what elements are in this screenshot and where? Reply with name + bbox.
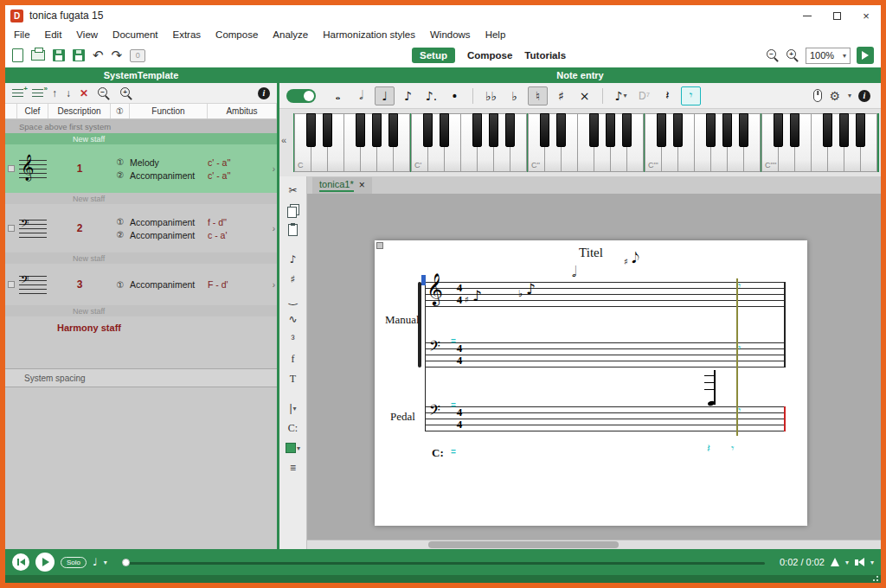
horizontal-scrollbar[interactable]: [307, 540, 881, 549]
voice-row[interactable]: ② Accompaniment c' - a'': [111, 170, 277, 181]
zoom-out-icon[interactable]: −: [766, 48, 780, 62]
piano-key-black[interactable]: [472, 113, 482, 147]
piano-key-black[interactable]: [423, 113, 433, 147]
notehead-dropdown-button[interactable]: ♪ ▾: [611, 86, 631, 105]
tab-setup[interactable]: Setup: [412, 48, 455, 63]
row-handle-icon[interactable]: [8, 225, 15, 232]
piano-key-black[interactable]: [722, 113, 732, 147]
template-zoom-in-icon[interactable]: +: [119, 86, 133, 100]
chord-symbol-button[interactable]: D⁷: [634, 86, 654, 105]
scrollbar-thumb[interactable]: [428, 541, 619, 548]
rewind-button[interactable]: [12, 553, 29, 571]
staff-row-1[interactable]: 𝄞 1 ① Melody c' - a'' ② Accompaniment: [5, 144, 277, 193]
double-sharp-button[interactable]: ×: [575, 86, 594, 105]
menu-help[interactable]: Help: [485, 29, 506, 40]
print-icon[interactable]: [31, 50, 45, 61]
template-zoom-out-icon[interactable]: −: [97, 86, 111, 100]
note-icon[interactable]: 𝅘𝅥𝅮: [632, 251, 639, 265]
voice-row[interactable]: ② Accompaniment c - a': [111, 230, 277, 240]
piano-key-black[interactable]: [856, 113, 865, 147]
new-staff-row[interactable]: New staff: [5, 252, 277, 264]
save-as-icon[interactable]: [73, 49, 85, 61]
solo-badge[interactable]: Solo: [61, 557, 87, 568]
piano-key-black[interactable]: [505, 113, 515, 147]
staff-manual-bass[interactable]: [425, 342, 785, 368]
piano-key-black[interactable]: [323, 113, 332, 147]
note-icon[interactable]: ♪: [472, 289, 482, 304]
undo-icon[interactable]: ↶: [93, 49, 104, 62]
piano-key-black[interactable]: [372, 113, 382, 147]
dynamics-tool-icon[interactable]: f: [283, 350, 304, 368]
flat-icon[interactable]: ♭: [518, 289, 523, 298]
delete-staff-icon[interactable]: ✕: [80, 88, 88, 99]
menu-edit[interactable]: Edit: [45, 29, 62, 40]
staff-row-2[interactable]: 𝄢 2 ① Accompaniment f - d'' ② Accompanim…: [5, 204, 277, 252]
note-entry-toggle[interactable]: [286, 89, 316, 103]
playback-slider[interactable]: [122, 559, 765, 566]
piano-key-black[interactable]: [774, 113, 783, 147]
sharp-icon[interactable]: ♯: [465, 296, 469, 304]
copy-icon[interactable]: [283, 201, 304, 219]
menu-file[interactable]: File: [14, 29, 30, 40]
eighth-note-button[interactable]: ♪: [398, 86, 418, 105]
gear-icon[interactable]: ⚙: [829, 90, 840, 102]
score-canvas[interactable]: Titel 𝄞 𝄢 𝄢: [307, 194, 881, 549]
note-tool-icon[interactable]: ♪: [283, 251, 304, 268]
accidental-tool-icon[interactable]: ♯: [283, 271, 304, 288]
zoom-in-icon[interactable]: +: [786, 48, 799, 62]
chevron-down-icon[interactable]: ▾: [845, 559, 849, 566]
minimize-button[interactable]: [793, 5, 822, 26]
document-tab[interactable]: tonica1* ×: [312, 177, 372, 194]
harmony-staff-row[interactable]: Harmony staff: [5, 316, 277, 339]
piano-key-black[interactable]: [589, 113, 599, 147]
piano-key-black[interactable]: [556, 113, 566, 147]
reference-tool-icon[interactable]: 0: [130, 49, 145, 62]
new-document-icon[interactable]: [12, 48, 23, 62]
staff-row-3[interactable]: 𝄢 3 ① Accompaniment F - d' ›: [5, 264, 277, 305]
flat-button[interactable]: ♭: [504, 86, 524, 105]
row-expand-icon[interactable]: ›: [273, 224, 275, 233]
piano-key-black[interactable]: [606, 113, 615, 147]
natural-button[interactable]: ♮: [528, 86, 548, 105]
slider-handle[interactable]: [122, 559, 130, 566]
piano-key-black[interactable]: [673, 113, 683, 147]
row-expand-icon[interactable]: ›: [273, 164, 275, 174]
move-down-icon[interactable]: ↓: [66, 88, 71, 99]
chevron-down-icon[interactable]: ▾: [870, 559, 874, 566]
color-tool-icon[interactable]: ▾: [283, 439, 304, 457]
menu-harmonization-styles[interactable]: Harmonization styles: [323, 29, 415, 40]
play-button[interactable]: [35, 553, 55, 572]
save-icon[interactable]: [53, 49, 65, 61]
row-expand-icon[interactable]: ›: [273, 280, 275, 290]
chevron-down-icon[interactable]: ▾: [848, 92, 851, 99]
add-staff-icon[interactable]: +: [12, 89, 23, 98]
space-above-row[interactable]: Space above first system: [5, 119, 277, 133]
tab-tutorials[interactable]: Tutorials: [524, 50, 566, 61]
quarter-rest-button[interactable]: 𝄽: [658, 86, 677, 105]
piano-key-black[interactable]: [540, 113, 549, 147]
chord-entry-icon[interactable]: C:: [283, 419, 304, 437]
cut-icon[interactable]: ✂: [283, 182, 304, 199]
piano-key-black[interactable]: [739, 113, 748, 147]
eighth-rest-button[interactable]: 𝄾: [681, 86, 701, 105]
layout-tool-icon[interactable]: ≡: [283, 459, 304, 476]
half-note-button[interactable]: 𝅗𝅥: [351, 86, 371, 105]
piano-key-black[interactable]: [622, 113, 632, 147]
redo-icon[interactable]: ↷: [112, 49, 123, 62]
voice-row[interactable]: ① Accompaniment F - d': [111, 279, 277, 290]
note-icon[interactable]: ♪: [526, 282, 536, 297]
paste-icon[interactable]: [283, 221, 304, 239]
tab-close-icon[interactable]: ×: [359, 179, 365, 191]
chevron-down-icon[interactable]: ▾: [104, 559, 107, 566]
menu-compose[interactable]: Compose: [215, 29, 258, 40]
piano-key-black[interactable]: [306, 113, 316, 147]
harmony-symbol-label[interactable]: C:: [432, 446, 444, 460]
ornament-tool-icon[interactable]: ∿: [283, 310, 304, 328]
beat-select-icon[interactable]: ♩: [93, 557, 98, 567]
piano-key-black[interactable]: [839, 113, 849, 147]
zoom-level-select[interactable]: 100%▾: [806, 48, 851, 64]
dot-button[interactable]: •: [445, 86, 465, 105]
menu-document[interactable]: Document: [112, 29, 157, 40]
tie-tool-icon[interactable]: ‿: [283, 291, 304, 308]
voice-row[interactable]: ① Melody c' - a'': [111, 157, 277, 168]
